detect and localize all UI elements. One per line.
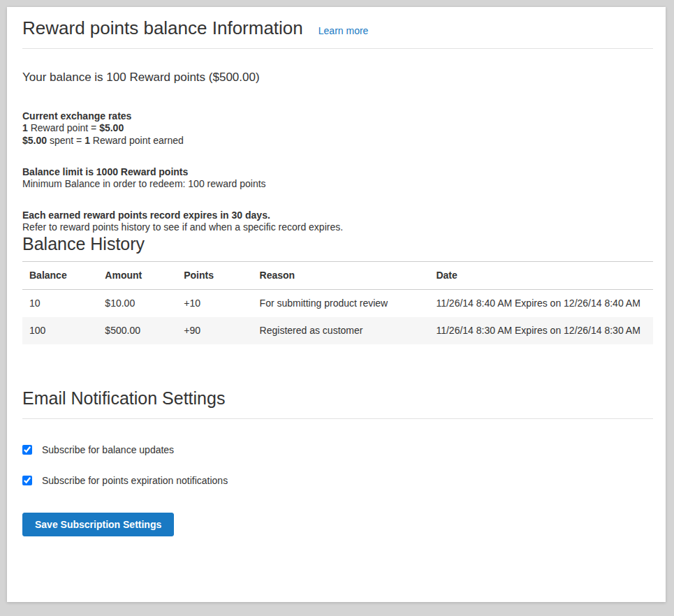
cell-balance: 10 bbox=[22, 290, 98, 318]
column-header-amount: Amount bbox=[98, 262, 177, 290]
subscribe-expiration-row: Subscribe for points expiration notifica… bbox=[22, 475, 653, 486]
column-header-points: Points bbox=[177, 262, 252, 290]
table-header-row: Balance Amount Points Reason Date bbox=[22, 262, 653, 290]
cell-date: 11/26/14 8:30 AM Expires on 12/26/14 8:3… bbox=[429, 317, 653, 344]
exchange-rate-money-value: $5.00 bbox=[99, 122, 124, 133]
subscribe-balance-row: Subscribe for balance updates bbox=[22, 444, 653, 455]
email-settings-heading: Email Notification Settings bbox=[22, 388, 653, 409]
email-settings-header: Email Notification Settings bbox=[22, 388, 653, 419]
cell-points: +90 bbox=[177, 317, 252, 344]
subscribe-expiration-label[interactable]: Subscribe for points expiration notifica… bbox=[42, 475, 228, 486]
subscribe-expiration-checkbox[interactable] bbox=[22, 476, 32, 485]
save-subscription-button[interactable]: Save Subscription Settings bbox=[22, 513, 174, 536]
cell-amount: $10.00 bbox=[98, 290, 177, 318]
earn-rate-text-2: Reward point earned bbox=[90, 135, 184, 146]
subscribe-balance-label[interactable]: Subscribe for balance updates bbox=[42, 444, 174, 455]
balance-limit-text: Balance limit is 1000 Reward points bbox=[22, 166, 653, 177]
table-row: 10 $10.00 +10 For submitting product rev… bbox=[22, 290, 653, 318]
page-background: Reward points balance Information Learn … bbox=[0, 0, 674, 616]
column-header-balance: Balance bbox=[22, 262, 98, 290]
balance-history-table: Balance Amount Points Reason Date 10 $10… bbox=[22, 261, 653, 344]
exchange-rate-text: Reward point = bbox=[28, 122, 99, 133]
exchange-rate-points-value: 1 bbox=[22, 122, 28, 133]
table-row: 100 $500.00 +90 Registered as customer 1… bbox=[22, 317, 653, 344]
subscribe-balance-checkbox[interactable] bbox=[22, 445, 32, 455]
reward-info-card: Reward points balance Information Learn … bbox=[7, 7, 666, 602]
cell-date: 11/26/14 8:40 AM Expires on 12/26/14 8:4… bbox=[429, 290, 653, 318]
column-header-date: Date bbox=[429, 262, 653, 290]
cell-reason: Registered as customer bbox=[253, 317, 430, 344]
earn-rate-text-1: spent = bbox=[47, 135, 85, 146]
cell-balance: 100 bbox=[22, 317, 98, 344]
page-header: Reward points balance Information Learn … bbox=[22, 17, 653, 49]
cell-reason: For submitting product review bbox=[253, 290, 430, 318]
balance-history-heading: Balance History bbox=[22, 233, 653, 254]
cell-points: +10 bbox=[177, 290, 252, 318]
learn-more-link[interactable]: Learn more bbox=[318, 25, 369, 36]
exchange-rate-line-2: $5.00 spent = 1 Reward point earned bbox=[22, 134, 653, 147]
min-balance-text: Minimum Balance in order to redeem: 100 … bbox=[22, 177, 653, 190]
exchange-rate-line-1: 1 Reward point = $5.00 bbox=[22, 122, 653, 134]
page-title: Reward points balance Information bbox=[22, 17, 303, 39]
exchange-rates-heading: Current exchange rates bbox=[22, 110, 653, 122]
earn-rate-money-value: $5.00 bbox=[22, 135, 47, 146]
balance-summary: Your balance is 100 Reward points ($500.… bbox=[22, 70, 653, 85]
expiry-text: Each earned reward points record expires… bbox=[22, 210, 653, 221]
earn-rate-points-value: 1 bbox=[85, 135, 90, 146]
expiry-note-text: Refer to reward points history to see if… bbox=[22, 221, 653, 233]
column-header-reason: Reason bbox=[253, 262, 430, 290]
cell-amount: $500.00 bbox=[98, 317, 177, 344]
